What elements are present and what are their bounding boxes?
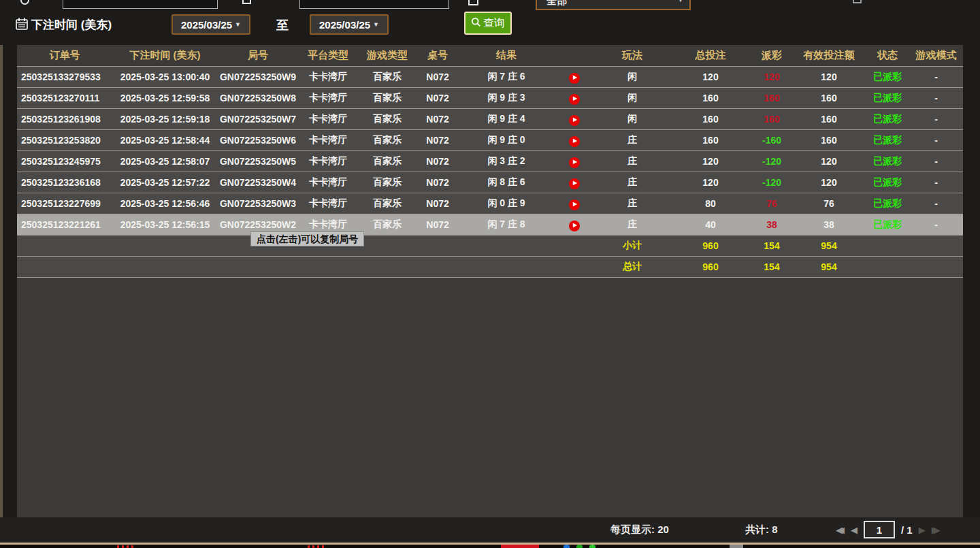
cell-result: 闲 3 庄 2 [459, 155, 554, 167]
column-header: 派彩 [751, 49, 792, 62]
cell-bet_time: 2025-03-25 12:59:18 [112, 114, 218, 125]
cell-result: 闲 9 庄 0 [459, 134, 554, 146]
cell-table_no: N072 [416, 177, 459, 188]
date-to-select[interactable]: 2025/03/25 ▼ [310, 14, 389, 35]
cutoff-icon-4 [853, 0, 862, 3]
replay-icon[interactable]: ▶ [569, 199, 580, 210]
cell-table_no: N072 [416, 93, 459, 103]
date-from-select[interactable]: 2025/03/25 ▼ [172, 14, 250, 35]
cell-round_id: GN072253250W3 [218, 198, 298, 209]
cell-status: 已派彩 [866, 92, 909, 104]
pagination-bar: 每页显示: 20 共计: 8 ◀◀ ◀ / 1 ▶ ▶▶ [0, 517, 980, 543]
table-row[interactable]: 2503251332795332025-03-25 13:00:40GN0722… [17, 67, 963, 88]
chevron-down-icon: ▼ [677, 0, 684, 7]
cell-bet_time: 2025-03-25 12:56:46 [112, 198, 218, 209]
cell-order_id: 250325123227699 [17, 198, 112, 209]
total-row-cell-play: 总计 [595, 261, 670, 273]
cell-status: 已派彩 [866, 113, 909, 125]
cell-valid_bet: 160 [792, 135, 866, 146]
cell-play: 庄 [595, 134, 670, 146]
cutoff-text-input-1[interactable] [63, 0, 218, 9]
cell-order_id: 250325123245975 [17, 156, 112, 167]
cell-round_id: GN072253250W6 [218, 135, 298, 146]
cell-valid_bet: 76 [792, 198, 866, 209]
replay-icon[interactable]: ▶ [569, 157, 580, 168]
query-button[interactable]: 查询 [464, 12, 512, 35]
subtotal-row-cell-valid_bet: 954 [792, 240, 866, 251]
cell-total_bet: 120 [670, 156, 751, 167]
cell-order_id: 250325133279533 [17, 71, 112, 82]
result-replay-cell: ▶ [554, 113, 595, 126]
result-replay-cell: ▶ [554, 197, 595, 210]
next-page-icon[interactable]: ▶ [919, 525, 926, 535]
bet-time-label: 下注时间 (美东) [31, 17, 112, 33]
replay-icon[interactable]: ▶ [569, 73, 580, 84]
cell-result: 闲 9 庄 4 [459, 113, 554, 125]
date-range-to-label: 至 [276, 17, 289, 33]
bet-records-table: 订单号下注时间 (美东)局号平台类型游戏类型桌号结果玩法总投注派彩有效投注额状态… [17, 45, 963, 517]
replay-icon[interactable]: ▶ [569, 178, 580, 189]
replay-icon[interactable]: ▶ [569, 136, 580, 147]
cell-bet_time: 2025-03-25 12:58:44 [112, 135, 218, 146]
fragment-dot-icon [589, 545, 595, 548]
cell-round_id: GN072253250W2 [218, 219, 298, 230]
cell-platform: 卡卡湾厅 [298, 219, 358, 231]
cutoff-text-input-2[interactable] [299, 0, 449, 9]
fragment-red-badge [501, 545, 539, 548]
cell-valid_bet: 120 [792, 156, 866, 167]
top-filter-dropdown[interactable]: 全部 ▼ [536, 0, 691, 10]
cell-status: 已派彩 [866, 219, 909, 231]
cell-total_bet: 160 [670, 114, 751, 125]
cell-round_id: GN072253250W7 [218, 114, 298, 125]
total-count-label: 共计: 8 [745, 523, 778, 536]
cutoff-icon-2 [242, 0, 251, 4]
cell-result: 闲 0 庄 9 [459, 197, 554, 210]
table-row[interactable]: 2503251232538202025-03-25 12:58:44GN0722… [17, 130, 963, 151]
cell-table_no: N072 [416, 198, 459, 209]
cell-table_no: N072 [416, 219, 459, 230]
per-page-label: 每页显示: 20 [610, 523, 669, 536]
cell-bet_time: 2025-03-25 12:59:58 [112, 93, 218, 103]
cell-result: 闲 8 庄 6 [459, 176, 554, 189]
column-header: 订单号 [17, 49, 112, 62]
column-header: 游戏模式 [909, 49, 963, 62]
cell-order_id: 250325123236168 [17, 177, 112, 188]
last-page-icon[interactable]: ▶▶ [932, 525, 941, 535]
table-header-row: 订单号下注时间 (美东)局号平台类型游戏类型桌号结果玩法总投注派彩有效投注额状态… [17, 45, 963, 67]
replay-icon[interactable]: ▶ [569, 115, 580, 126]
cell-total_bet: 120 [670, 71, 751, 82]
cell-status: 已派彩 [866, 197, 909, 210]
table-row[interactable]: 2503251232619082025-03-25 12:59:18GN0722… [17, 109, 963, 130]
fragment-red-dots [308, 545, 327, 548]
cell-game_type: 百家乐 [358, 113, 416, 125]
cell-game_mode: - [909, 219, 963, 230]
date-to-value: 2025/03/25 [319, 19, 370, 31]
first-page-icon[interactable]: ◀◀ [836, 525, 845, 535]
table-row[interactable]: 2503251232459752025-03-25 12:58:07GN0722… [17, 151, 963, 172]
cell-platform: 卡卡湾厅 [298, 176, 358, 189]
table-row[interactable]: 2503251232212612025-03-25 12:56:15GN0722… [17, 214, 963, 236]
cell-game_mode: - [909, 93, 963, 103]
table-row[interactable]: 2503251232276992025-03-25 12:56:46GN0722… [17, 193, 963, 214]
total-row: 总计960154954 [17, 257, 963, 278]
table-row[interactable]: 2503251232701112025-03-25 12:59:58GN0722… [17, 88, 963, 109]
column-header: 玩法 [595, 49, 670, 62]
cell-status: 已派彩 [866, 176, 909, 189]
table-row[interactable]: 2503251232361682025-03-25 12:57:22GN0722… [17, 172, 963, 193]
prev-page-icon[interactable]: ◀ [851, 525, 858, 535]
replay-icon[interactable]: ▶ [569, 94, 580, 105]
calendar-icon [15, 17, 29, 33]
page-number-input[interactable] [864, 521, 895, 538]
cell-valid_bet: 38 [792, 219, 866, 230]
cell-bet_time: 2025-03-25 13:00:40 [112, 71, 218, 82]
page-total-label: / 1 [901, 524, 913, 536]
cell-total_bet: 80 [670, 198, 751, 209]
cell-play: 庄 [595, 197, 670, 210]
column-header: 总投注 [670, 49, 751, 62]
cell-payout: 38 [751, 219, 792, 230]
result-replay-cell: ▶ [554, 155, 595, 168]
column-header: 平台类型 [298, 49, 358, 62]
replay-icon[interactable]: ▶ [569, 221, 580, 231]
cell-game_type: 百家乐 [358, 92, 416, 104]
result-replay-cell: ▶ [554, 134, 595, 147]
